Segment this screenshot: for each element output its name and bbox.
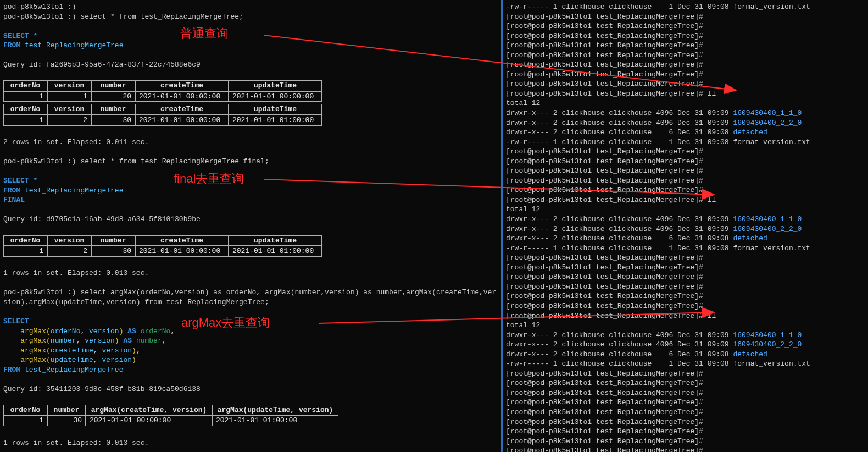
total-line: total 12 — [506, 98, 865, 108]
prompt-line: [root@pod-p8k5w13to1 test_ReplacingMerge… — [506, 291, 865, 301]
prompt-line: [root@pod-p8k5w13to1 test_ReplacingMerge… — [506, 166, 865, 176]
prompt-line: [root@pod-p8k5w13to1 test_ReplacingMerge… — [506, 157, 865, 167]
prompt-line: [root@pod-p8k5w13to1 test_ReplacingMerge… — [506, 437, 865, 447]
sql-argmax-4: argMax(updateTime, version) — [3, 355, 498, 365]
ls-entry: -rw-r----- 1 clickhouse clickhouse 1 Dec… — [506, 359, 865, 369]
prompt-line: [root@pod-p8k5w13to1 test_ReplacingMerge… — [506, 282, 865, 292]
prompt-line: [root@pod-p8k5w13to1 test_ReplacingMerge… — [506, 51, 865, 60]
left-terminal[interactable]: pod-p8k5w13to1 :) pod-p8k5w13to1 :) sele… — [0, 0, 503, 452]
sql-from-1: FROM test_ReplacingMergeTree — [3, 41, 498, 51]
prompt-line: [root@pod-p8k5w13to1 test_ReplacingMerge… — [506, 446, 865, 452]
prompt-line: [root@pod-p8k5w13to1 test_ReplacingMerge… — [506, 31, 865, 41]
result-table-3: orderNonumberargMax(createTime, version)… — [3, 405, 498, 426]
prompt-line: [root@pod-p8k5w13to1 test_ReplacingMerge… — [506, 417, 865, 427]
result-table-1: orderNoversionnumbercreateTimeupdateTime… — [3, 80, 498, 125]
prompt-line: [root@pod-p8k5w13to1 test_ReplacingMerge… — [506, 185, 865, 195]
ls-entry: drwxr-x--- 2 clickhouse clickhouse 6 Dec… — [506, 350, 865, 360]
ls-entry: drwxr-x--- 2 clickhouse clickhouse 4096 … — [506, 340, 865, 350]
prompt-line: [root@pod-p8k5w13to1 test_ReplacingMerge… — [506, 388, 865, 398]
sql-argmax-3: argMax(createTime, version), — [3, 346, 498, 356]
prompt-line: [root@pod-p8k5w13to1 test_ReplacingMerge… — [506, 21, 865, 31]
prompt-line: [root@pod-p8k5w13to1 test_ReplacingMerge… — [506, 427, 865, 437]
prompt-line: [root@pod-p8k5w13to1 test_ReplacingMerge… — [506, 41, 865, 51]
prompt-line: [root@pod-p8k5w13to1 test_ReplacingMerge… — [506, 301, 865, 311]
prompt-line: [root@pod-p8k5w13to1 test_ReplacingMerge… — [506, 70, 865, 80]
sql-select-2: SELECT * — [3, 176, 498, 186]
prompt-line: [root@pod-p8k5w13to1 test_ReplacingMerge… — [506, 407, 865, 417]
cmd-select-3a: pod-p8k5w13to1 :) select argMax(orderNo,… — [3, 288, 498, 297]
prompt-line: [root@pod-p8k5w13to1 test_ReplacingMerge… — [506, 369, 865, 379]
prompt-line-ll: [root@pod-p8k5w13to1 test_ReplacingMerge… — [506, 311, 865, 321]
ls-entry: drwxr-x--- 2 clickhouse clickhouse 6 Dec… — [506, 128, 865, 137]
cmd-select-1: pod-p8k5w13to1 :) select * from test_Rep… — [3, 12, 498, 22]
sql-argmax-2: argMax(number, version) AS number, — [3, 336, 498, 346]
total-line: total 12 — [506, 205, 865, 214]
right-terminal[interactable]: -rw-r----- 1 clickhouse clickhouse 1 Dec… — [503, 0, 868, 452]
result-summary-3: 1 rows in set. Elapsed: 0.013 sec. — [3, 438, 498, 448]
query-id-2: Query id: d9705c1a-16ab-49d8-a634-5f8101… — [3, 214, 498, 224]
prompt-line-ll: [root@pod-p8k5w13to1 test_ReplacingMerge… — [506, 89, 865, 99]
prompt-line: [root@pod-p8k5w13to1 test_ReplacingMerge… — [506, 60, 865, 70]
query-id-3: Query id: 35411203-9d8c-458f-b81b-819ca5… — [3, 384, 498, 394]
sql-select-1: SELECT * — [3, 31, 498, 41]
prompt-line: [root@pod-p8k5w13to1 test_ReplacingMerge… — [506, 12, 865, 22]
prompt-line: [root@pod-p8k5w13to1 test_ReplacingMerge… — [506, 378, 865, 388]
ls-entry: -rw-r----- 1 clickhouse clickhouse 1 Dec… — [506, 137, 865, 147]
result-table-2: orderNoversionnumbercreateTimeupdateTime… — [3, 235, 498, 257]
result-summary-2: 1 rows in set. Elapsed: 0.013 sec. — [3, 268, 498, 278]
ls-entry: -rw-r----- 1 clickhouse clickhouse 1 Dec… — [506, 244, 865, 253]
sql-final: FINAL — [3, 195, 498, 205]
ls-entry: drwxr-x--- 2 clickhouse clickhouse 4096 … — [506, 118, 865, 128]
query-id-1: Query id: fa2695b3-95a6-472a-837f-22c745… — [3, 60, 498, 70]
sql-from-3: FROM test_ReplacingMergeTree — [3, 365, 498, 375]
sql-select-3: SELECT — [3, 317, 498, 327]
prompt-line: [root@pod-p8k5w13to1 test_ReplacingMerge… — [506, 147, 865, 157]
sql-argmax-1: argMax(orderNo, version) AS orderNo, — [3, 327, 498, 337]
prompt-line: [root@pod-p8k5w13to1 test_ReplacingMerge… — [506, 253, 865, 263]
ls-entry: drwxr-x--- 2 clickhouse clickhouse 4096 … — [506, 330, 865, 340]
ls-entry: drwxr-x--- 2 clickhouse clickhouse 4096 … — [506, 108, 865, 118]
prompt-line: [root@pod-p8k5w13to1 test_ReplacingMerge… — [506, 398, 865, 407]
prompt-line: [root@pod-p8k5w13to1 test_ReplacingMerge… — [506, 272, 865, 282]
total-line: total 12 — [506, 321, 865, 330]
line-truncated: pod-p8k5w13to1 :) — [3, 2, 498, 12]
prompt-line: [root@pod-p8k5w13to1 test_ReplacingMerge… — [506, 176, 865, 186]
prompt-line-ll: [root@pod-p8k5w13to1 test_ReplacingMerge… — [506, 195, 865, 205]
ls-entry: drwxr-x--- 2 clickhouse clickhouse 4096 … — [506, 224, 865, 234]
prompt-line: [root@pod-p8k5w13to1 test_ReplacingMerge… — [506, 263, 865, 273]
ls-entry: drwxr-x--- 2 clickhouse clickhouse 4096 … — [506, 214, 865, 224]
sql-from-2: FROM test_ReplacingMergeTree — [3, 186, 498, 196]
prompt-line: [root@pod-p8k5w13to1 test_ReplacingMerge… — [506, 79, 865, 89]
ls-entry: drwxr-x--- 2 clickhouse clickhouse 6 Dec… — [506, 234, 865, 244]
cmd-select-2: pod-p8k5w13to1 :) select * from test_Rep… — [3, 157, 498, 167]
line-top-cut: -rw-r----- 1 clickhouse clickhouse 1 Dec… — [506, 2, 865, 12]
cmd-select-3b: sion),argMax(updateTime,version) from te… — [3, 297, 498, 307]
result-summary-1: 2 rows in set. Elapsed: 0.011 sec. — [3, 137, 498, 147]
